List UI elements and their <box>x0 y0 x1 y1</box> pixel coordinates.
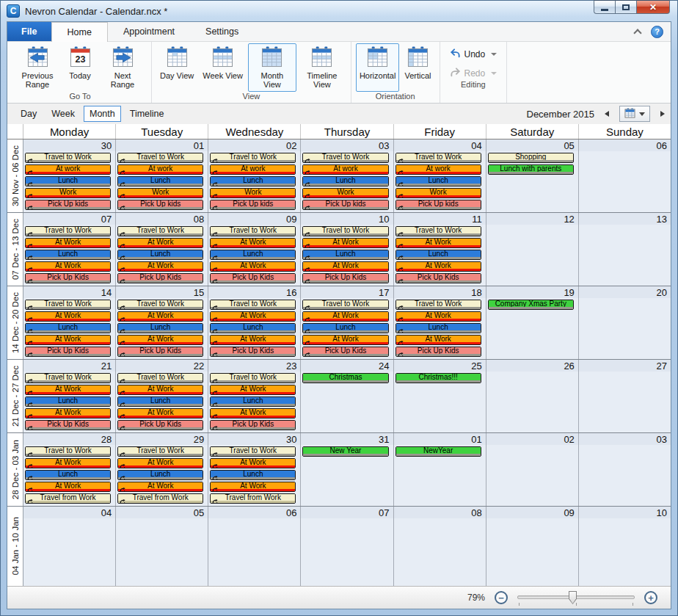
appointment[interactable]: Lunch <box>25 396 111 407</box>
appointment[interactable]: Travel to Work <box>25 153 111 163</box>
slider-thumb[interactable] <box>569 591 577 604</box>
appointment[interactable]: At Work <box>25 261 111 272</box>
appointment[interactable]: Lunch <box>396 323 481 333</box>
day-cell[interactable]: 09 <box>486 507 579 586</box>
close-button[interactable]: ✕ <box>636 0 670 14</box>
appointment[interactable]: Shopping <box>488 153 574 163</box>
appointment[interactable]: At Work <box>210 408 296 418</box>
appointment[interactable]: Lunch with parents <box>488 164 574 175</box>
appointment[interactable]: Pick Up kids <box>25 200 111 210</box>
appointment[interactable]: Lunch <box>117 470 203 480</box>
view-tab-week[interactable]: Week <box>45 106 81 122</box>
appointment[interactable]: Travel to Work <box>210 153 296 163</box>
appointment[interactable]: At work <box>117 164 203 175</box>
appointment[interactable]: Pick Up kids <box>396 200 481 210</box>
tab-home[interactable]: Home <box>51 22 108 42</box>
appointment[interactable]: New Year <box>302 446 388 457</box>
appointment[interactable]: Travel from Work <box>210 493 296 504</box>
appointment[interactable]: Work <box>302 188 388 198</box>
appointment[interactable]: Work <box>25 188 111 198</box>
day-view-button[interactable]: Day View <box>156 43 197 92</box>
today-button[interactable]: 23Today <box>63 43 97 92</box>
appointment[interactable]: Travel to Work <box>25 446 111 457</box>
appointment[interactable]: Pick Up kids <box>117 200 203 210</box>
appointment[interactable]: Pick Up Kids <box>210 347 296 357</box>
appointment[interactable]: Lunch <box>396 250 481 260</box>
day-cell[interactable]: 08 <box>394 507 486 586</box>
appointment[interactable]: At Work <box>117 335 203 345</box>
appointment[interactable]: Lunch <box>117 396 203 407</box>
appointment[interactable]: Lunch <box>117 323 203 333</box>
day-cell[interactable]: 16Travel to WorkAt WorkLunchAt WorkPick … <box>208 286 301 359</box>
appointment[interactable]: At Work <box>210 458 296 468</box>
appointment[interactable]: At work <box>25 164 111 175</box>
appointment[interactable]: Lunch <box>210 176 296 186</box>
appointment[interactable]: At Work <box>25 408 111 418</box>
appointment[interactable]: Pick Up Kids <box>210 420 296 430</box>
appointment[interactable]: Travel to Work <box>25 300 111 310</box>
appointment[interactable]: Work <box>396 188 481 198</box>
appointment[interactable]: Pick Up Kids <box>117 273 203 283</box>
appointment[interactable]: Travel to Work <box>210 226 296 236</box>
appointment[interactable]: Lunch <box>302 323 388 333</box>
day-cell[interactable]: 30Travel to WorkAt workLunchWorkPick Up … <box>23 139 116 212</box>
day-cell[interactable]: 15Travel to WorkAt WorkLunchAt WorkPick … <box>116 286 208 359</box>
day-cell[interactable]: 22Travel to WorkAt WorkLunchAt WorkPick … <box>116 360 208 432</box>
day-cell[interactable]: 05 <box>116 507 208 586</box>
appointment[interactable]: At Work <box>25 335 111 345</box>
appointment[interactable]: Pick Up Kids <box>396 273 481 283</box>
day-cell[interactable]: 10Travel to WorkAt WorkLunchAt WorkPick … <box>301 213 393 286</box>
appointment[interactable]: Lunch <box>117 250 203 260</box>
day-cell[interactable]: 09Travel to WorkAt WorkLunchAt WorkPick … <box>208 213 301 286</box>
appointment[interactable]: Travel to Work <box>210 300 296 310</box>
maximize-button[interactable] <box>615 0 636 14</box>
appointment[interactable]: Travel to Work <box>396 226 481 236</box>
appointment[interactable]: At Work <box>210 482 296 492</box>
appointment[interactable]: At Work <box>117 311 203 322</box>
day-cell[interactable]: 01NewYear <box>394 433 486 506</box>
day-cell[interactable]: 31New Year <box>301 433 393 506</box>
appointment[interactable]: Pick Up Kids <box>117 347 203 357</box>
timeline-view-button[interactable]: Timeline View <box>298 43 346 92</box>
zoom-in-button[interactable]: + <box>644 591 657 604</box>
day-cell[interactable]: 02 <box>486 433 579 506</box>
day-cell[interactable]: 03Travel to WorkAt workLunchWorkPick Up … <box>301 139 393 212</box>
appointment[interactable]: At Work <box>302 335 388 345</box>
day-cell[interactable]: 30Travel to WorkAt WorkLunchAt WorkTrave… <box>208 433 301 506</box>
appointment[interactable]: Work <box>210 188 296 198</box>
tab-appointment[interactable]: Appointment <box>108 22 190 41</box>
appointment[interactable]: Travel from Work <box>25 493 111 504</box>
appointment[interactable]: Lunch <box>117 176 203 186</box>
appointment[interactable]: Lunch <box>25 176 111 186</box>
day-cell[interactable]: 14Travel to WorkAt WorkLunchAt WorkPick … <box>23 286 116 359</box>
appointment[interactable]: Company Xmas Party <box>488 300 574 310</box>
day-cell[interactable]: 04Travel to WorkAt workLunchWorkPick Up … <box>394 139 486 212</box>
appointment[interactable]: At Work <box>117 238 203 248</box>
zoom-out-button[interactable]: − <box>495 591 508 604</box>
day-cell[interactable]: 23Travel to WorkAt WorkLunchAt WorkPick … <box>208 360 301 432</box>
day-cell[interactable]: 29Travel to WorkAt WorkLunchAt WorkTrave… <box>116 433 208 506</box>
next-range-button[interactable]: Next Range <box>98 43 147 92</box>
appointment[interactable]: At Work <box>210 311 296 322</box>
appointment[interactable]: At Work <box>25 458 111 468</box>
appointment[interactable]: Travel to Work <box>302 226 388 236</box>
appointment[interactable]: At Work <box>396 261 481 272</box>
day-cell[interactable]: 28Travel to WorkAt WorkLunchAt WorkTrave… <box>23 433 116 506</box>
next-month-button[interactable] <box>660 111 665 117</box>
appointment[interactable]: Travel to Work <box>25 373 111 383</box>
day-cell[interactable]: 04 <box>23 507 116 586</box>
appointment[interactable]: Christmas <box>302 373 388 383</box>
appointment[interactable]: Pick Up Kids <box>25 347 111 357</box>
appointment[interactable]: Travel to Work <box>396 300 481 310</box>
appointment[interactable]: At work <box>396 164 481 175</box>
appointment[interactable]: Lunch <box>302 250 388 260</box>
appointment[interactable]: At Work <box>25 311 111 322</box>
day-cell[interactable]: 19Company Xmas Party <box>486 286 579 359</box>
appointment[interactable]: At Work <box>302 311 388 322</box>
appointment[interactable]: Travel to Work <box>396 153 481 163</box>
day-cell[interactable]: 08Travel to WorkAt WorkLunchAt WorkPick … <box>116 213 208 286</box>
appointment[interactable]: Lunch <box>25 250 111 260</box>
appointment[interactable]: Pick Up Kids <box>117 420 203 430</box>
appointment[interactable]: Lunch <box>25 323 111 333</box>
day-cell[interactable]: 07 <box>301 507 393 586</box>
